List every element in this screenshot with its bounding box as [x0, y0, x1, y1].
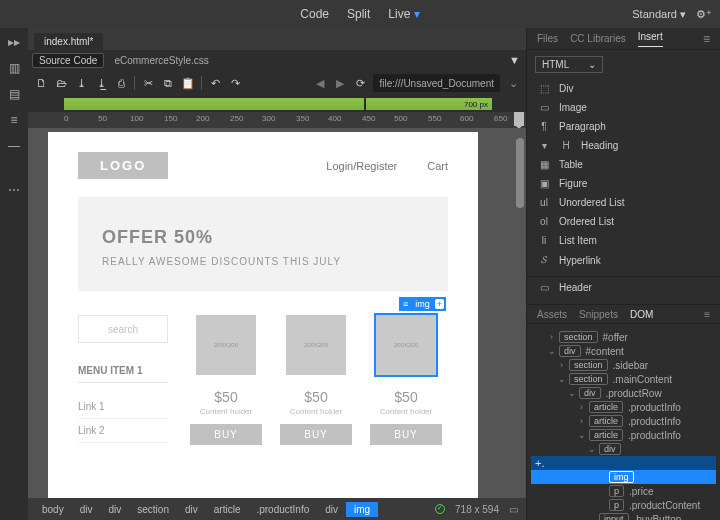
- device-preview-icon[interactable]: ▭: [509, 504, 518, 515]
- product-card-selected[interactable]: ≡ img + 200X200 $50 Content holder BUY: [370, 315, 442, 445]
- source-code-button[interactable]: Source Code: [32, 53, 104, 68]
- insert-category-select[interactable]: HTML⌄: [535, 56, 603, 73]
- mq-range-2[interactable]: 700 px: [366, 98, 492, 110]
- crumb-item-active[interactable]: img: [346, 502, 378, 517]
- tab-assets[interactable]: Assets: [537, 309, 567, 320]
- tree-twisty-icon[interactable]: ⌄: [557, 374, 566, 384]
- insert-item[interactable]: ⬚Div: [535, 79, 712, 98]
- tree-twisty-icon[interactable]: ›: [577, 402, 586, 412]
- tab-snippets[interactable]: Snippets: [579, 309, 618, 320]
- panel-menu-icon[interactable]: ≡: [704, 309, 710, 320]
- crumb-item[interactable]: div: [317, 502, 346, 517]
- buy-button[interactable]: BUY: [280, 424, 352, 445]
- reload-icon[interactable]: ⟳: [353, 77, 367, 90]
- nav-login[interactable]: Login/Register: [326, 160, 397, 172]
- save-all-icon[interactable]: ⤓̲: [94, 77, 108, 90]
- dom-insert-line[interactable]: +.: [531, 456, 716, 470]
- mode-code[interactable]: Code: [300, 7, 329, 21]
- crumb-item[interactable]: .productInfo: [248, 502, 317, 517]
- dom-node-selected[interactable]: img: [531, 470, 716, 484]
- address-bar[interactable]: file:///Unsaved_Document: [373, 74, 500, 92]
- insert-item[interactable]: ¶Paragraph: [535, 117, 712, 136]
- dom-node[interactable]: ⌄section.mainContent: [531, 372, 716, 386]
- search-input[interactable]: search: [78, 315, 168, 343]
- no-errors-icon[interactable]: [435, 504, 445, 514]
- insert-item[interactable]: ▦Table: [535, 155, 712, 174]
- workspace-switcher[interactable]: Standard ▾: [632, 8, 686, 21]
- dom-node[interactable]: ⌄div: [531, 442, 716, 456]
- insert-item[interactable]: ▭Image: [535, 98, 712, 117]
- crumb-item[interactable]: body: [34, 502, 72, 517]
- more-icon[interactable]: ⋯: [6, 182, 22, 198]
- dom-node[interactable]: ›article.productInfo: [531, 400, 716, 414]
- nav-cart[interactable]: Cart: [427, 160, 448, 172]
- sync-settings-icon[interactable]: ⚙⁺: [696, 8, 712, 21]
- dom-node[interactable]: ⌄div#content: [531, 344, 716, 358]
- tree-twisty-icon[interactable]: ›: [557, 360, 566, 370]
- insert-item[interactable]: liList Item: [535, 231, 712, 250]
- tree-twisty-icon[interactable]: ⌄: [547, 346, 556, 356]
- print-icon[interactable]: ⎙: [114, 77, 128, 89]
- dom-node[interactable]: ⌄article.productInfo: [531, 428, 716, 442]
- mode-live[interactable]: Live ▾: [388, 7, 419, 21]
- insert-panel-icon[interactable]: ▤: [6, 86, 22, 102]
- insert-item[interactable]: ▾HHeading: [535, 136, 712, 155]
- open-file-icon[interactable]: 🗁: [54, 77, 68, 89]
- panel-menu-icon[interactable]: ≡: [703, 32, 710, 46]
- tab-cc-libraries[interactable]: CC Libraries: [570, 33, 626, 44]
- address-dropdown-icon[interactable]: ⌄: [506, 77, 520, 90]
- viewport-width-handle[interactable]: [514, 112, 524, 126]
- file-tab[interactable]: index.html*: [34, 33, 103, 50]
- crumb-item[interactable]: article: [206, 502, 249, 517]
- nav-forward-icon[interactable]: ▶: [333, 77, 347, 90]
- hud-add-icon[interactable]: +: [435, 299, 444, 309]
- vertical-scrollbar[interactable]: [516, 138, 524, 208]
- tree-twisty-icon[interactable]: ⌄: [587, 444, 596, 454]
- dom-node[interactable]: ›section#offer: [531, 330, 716, 344]
- mq-range-1[interactable]: 480 px: [64, 98, 364, 110]
- dom-node[interactable]: ›section.sidebar: [531, 358, 716, 372]
- save-icon[interactable]: ⤓: [74, 77, 88, 90]
- crumb-item[interactable]: section: [129, 502, 177, 517]
- dom-node[interactable]: ›article.productInfo: [531, 414, 716, 428]
- element-selection-hud[interactable]: ≡ img +: [399, 297, 446, 311]
- nav-back-icon[interactable]: ◀: [313, 77, 327, 90]
- media-query-bar[interactable]: 480 px 700 px: [28, 96, 526, 112]
- tree-twisty-icon[interactable]: ›: [577, 416, 586, 426]
- buy-button[interactable]: BUY: [370, 424, 442, 445]
- related-file[interactable]: eCommerceStyle.css: [108, 54, 214, 67]
- menu-link[interactable]: Link 2: [78, 419, 168, 443]
- buy-button[interactable]: BUY: [190, 424, 262, 445]
- tab-dom[interactable]: DOM: [630, 309, 653, 320]
- tab-insert[interactable]: Insert: [638, 31, 663, 47]
- insert-item[interactable]: 𝓢Hyperlink: [535, 250, 712, 270]
- hud-menu-icon[interactable]: ≡: [401, 299, 410, 309]
- page-preview[interactable]: LOGO Login/Register Cart OFFER 50% REALL…: [48, 132, 478, 498]
- menu-link[interactable]: Link 1: [78, 395, 168, 419]
- paste-icon[interactable]: 📋: [181, 77, 195, 90]
- copy-icon[interactable]: ⧉: [161, 77, 175, 90]
- dock-toggle-icon[interactable]: ▸▸: [6, 34, 22, 50]
- crumb-item[interactable]: div: [72, 502, 101, 517]
- files-icon[interactable]: —: [6, 138, 22, 154]
- insert-item[interactable]: ▣Figure: [535, 174, 712, 193]
- undo-icon[interactable]: ↶: [208, 77, 222, 90]
- redo-icon[interactable]: ↷: [228, 77, 242, 90]
- mode-split[interactable]: Split: [347, 7, 370, 21]
- crumb-item[interactable]: div: [177, 502, 206, 517]
- cut-icon[interactable]: ✂: [141, 77, 155, 90]
- new-file-icon[interactable]: 🗋: [34, 77, 48, 89]
- dom-node[interactable]: p.productContent: [531, 498, 716, 512]
- insert-item[interactable]: ulUnordered List: [535, 193, 712, 212]
- dom-node[interactable]: input.buyButton: [531, 512, 716, 520]
- dom-node[interactable]: p.price: [531, 484, 716, 498]
- tree-twisty-icon[interactable]: ⌄: [577, 430, 586, 440]
- css-designer-icon[interactable]: ≡: [6, 112, 22, 128]
- insert-header-row[interactable]: ▭ Header: [527, 276, 720, 298]
- tree-twisty-icon[interactable]: ›: [547, 332, 556, 342]
- tree-twisty-icon[interactable]: ⌄: [567, 388, 576, 398]
- insert-item[interactable]: olOrdered List: [535, 212, 712, 231]
- tab-files[interactable]: Files: [537, 33, 558, 44]
- extract-icon[interactable]: ▥: [6, 60, 22, 76]
- crumb-item[interactable]: div: [100, 502, 129, 517]
